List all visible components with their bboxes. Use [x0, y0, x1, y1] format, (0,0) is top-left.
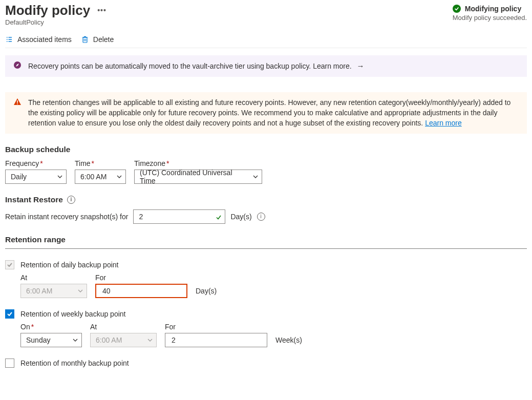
timezone-label: Timezone*: [134, 159, 262, 167]
chevron-down-icon: [147, 337, 153, 343]
weekly-retention-checkbox[interactable]: [5, 309, 14, 319]
weekly-retention-title: Retention of weekly backup point: [20, 310, 125, 318]
more-actions-button[interactable]: •••: [97, 6, 107, 14]
chevron-down-icon: [77, 288, 83, 294]
status-title: Modifying policy: [465, 5, 521, 13]
weekly-suffix: Week(s): [275, 333, 302, 347]
learn-more-link[interactable]: Learn more: [425, 119, 462, 127]
list-icon: [5, 35, 13, 44]
weekly-on-label: On*: [20, 323, 82, 331]
chevron-down-icon: [57, 174, 63, 180]
weekly-for-input[interactable]: [165, 333, 267, 347]
daily-at-value: 6:00 AM: [26, 287, 52, 295]
daily-retention-title: Retention of daily backup point: [20, 261, 118, 269]
info-icon[interactable]: i: [257, 213, 265, 221]
compass-icon: [13, 60, 22, 70]
instant-retain-label: Retain instant recovery snapshot(s) for: [5, 213, 128, 221]
instant-days-select[interactable]: 2: [133, 209, 225, 224]
daily-retention-checkbox: [5, 260, 14, 269]
instant-days-value: 2: [139, 213, 143, 221]
status-message: Modify policy succeeded.: [453, 14, 527, 22]
weekly-for-label: For: [165, 323, 267, 331]
svg-rect-13: [17, 103, 18, 104]
retention-warning-banner: The retention changes will be applicable…: [5, 92, 527, 134]
backup-schedule-heading: Backup schedule: [5, 145, 527, 154]
info-icon[interactable]: i: [67, 196, 75, 204]
weekly-on-value: Sunday: [26, 336, 50, 344]
arrow-right-icon[interactable]: →: [357, 61, 365, 70]
monthly-retention-checkbox[interactable]: [5, 359, 14, 368]
timezone-value: (UTC) Coordinated Universal Time: [140, 169, 248, 185]
delete-icon: [81, 35, 89, 44]
chevron-down-icon: [116, 174, 122, 180]
frequency-value: Daily: [11, 173, 27, 181]
weekly-on-select[interactable]: Sunday: [20, 333, 82, 347]
daily-at-label: At: [20, 273, 87, 282]
archive-info-banner: Recovery points can be automatically mov…: [5, 55, 527, 77]
instant-restore-heading: Instant Restore i: [5, 195, 527, 204]
policy-name-subtitle: DefaultPolicy: [5, 18, 453, 26]
frequency-label: Frequency*: [5, 159, 67, 167]
chevron-down-icon: [252, 174, 259, 180]
check-icon: [216, 214, 222, 220]
time-label: Time*: [75, 159, 126, 167]
command-bar: Associated items Delete: [5, 35, 527, 48]
page-title-text: Modify policy: [5, 3, 90, 18]
timezone-select[interactable]: (UTC) Coordinated Universal Time: [134, 170, 262, 184]
retention-range-heading: Retention range: [5, 235, 527, 249]
weekly-at-value: 6:00 AM: [96, 336, 122, 344]
archive-banner-text: Recovery points can be automatically mov…: [28, 62, 352, 70]
svg-rect-12: [17, 100, 18, 103]
time-value: 6:00 AM: [80, 173, 107, 181]
daily-for-label: For: [95, 273, 187, 282]
page-title: Modify policy •••: [5, 3, 453, 18]
svg-rect-6: [83, 37, 87, 43]
daily-suffix: Day(s): [196, 284, 217, 298]
weekly-at-label: At: [90, 323, 157, 331]
delete-label: Delete: [93, 35, 114, 44]
instant-days-suffix: Day(s): [230, 213, 251, 221]
weekly-at-select: 6:00 AM: [90, 333, 157, 347]
daily-at-select: 6:00 AM: [20, 284, 87, 298]
time-select[interactable]: 6:00 AM: [75, 170, 126, 184]
status-block: Modifying policy Modify policy succeeded…: [453, 5, 527, 22]
warning-icon: [13, 97, 22, 107]
associated-items-button[interactable]: Associated items: [5, 35, 72, 44]
monthly-retention-title: Retention of monthly backup point: [20, 359, 129, 367]
success-icon: [453, 5, 461, 13]
daily-for-input[interactable]: [95, 284, 187, 298]
associated-items-label: Associated items: [17, 35, 72, 44]
frequency-select[interactable]: Daily: [5, 170, 67, 184]
delete-button[interactable]: Delete: [81, 35, 114, 44]
chevron-down-icon: [72, 337, 78, 343]
